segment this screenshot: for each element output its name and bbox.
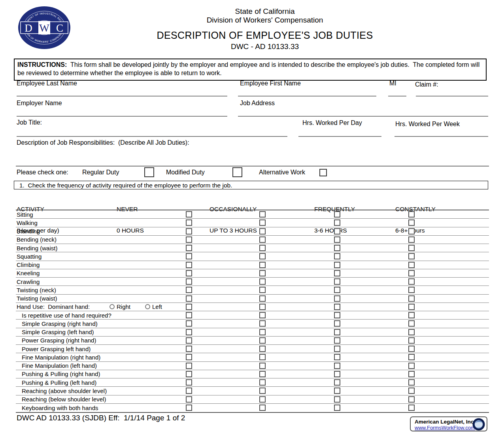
never-checkbox[interactable] — [186, 354, 192, 360]
frequently-checkbox[interactable] — [334, 236, 340, 243]
alternative-work-checkbox[interactable] — [319, 169, 327, 176]
constantly-checkbox[interactable] — [408, 278, 415, 285]
occasionally-checkbox[interactable] — [259, 337, 266, 344]
constantly-checkbox[interactable] — [408, 211, 415, 218]
constantly-checkbox[interactable] — [408, 405, 415, 411]
never-checkbox[interactable] — [186, 270, 192, 276]
constantly-checkbox[interactable] — [408, 320, 415, 327]
legalnet-link[interactable]: www.FormsWorkFlow.com — [415, 425, 475, 431]
occasionally-checkbox[interactable] — [259, 262, 266, 268]
occasionally-checkbox[interactable] — [259, 278, 266, 285]
job-title-input[interactable] — [17, 136, 287, 137]
occasionally-checkbox[interactable] — [259, 312, 266, 318]
never-checkbox[interactable] — [186, 228, 192, 235]
occasionally-checkbox[interactable] — [259, 295, 266, 302]
constantly-checkbox[interactable] — [408, 354, 415, 360]
frequently-checkbox[interactable] — [334, 388, 340, 394]
constantly-checkbox[interactable] — [408, 379, 415, 386]
constantly-checkbox[interactable] — [408, 346, 415, 352]
frequently-checkbox[interactable] — [334, 396, 340, 403]
frequently-checkbox[interactable] — [334, 219, 340, 226]
never-checkbox[interactable] — [186, 295, 192, 302]
never-checkbox[interactable] — [186, 245, 192, 251]
frequently-checkbox[interactable] — [334, 337, 340, 344]
constantly-checkbox[interactable] — [408, 396, 415, 403]
constantly-checkbox[interactable] — [408, 245, 415, 251]
occasionally-checkbox[interactable] — [259, 320, 266, 327]
constantly-checkbox[interactable] — [408, 388, 415, 394]
frequently-checkbox[interactable] — [334, 354, 340, 360]
occasionally-checkbox[interactable] — [259, 228, 266, 235]
frequently-checkbox[interactable] — [334, 363, 340, 369]
occasionally-checkbox[interactable] — [259, 287, 266, 293]
mi-input[interactable] — [388, 96, 406, 96]
never-checkbox[interactable] — [186, 388, 192, 394]
occasionally-checkbox[interactable] — [259, 304, 266, 310]
occasionally-checkbox[interactable] — [259, 405, 266, 411]
employee-first-name-input[interactable] — [238, 96, 376, 96]
occasionally-checkbox[interactable] — [259, 329, 266, 335]
never-checkbox[interactable] — [186, 278, 192, 285]
never-checkbox[interactable] — [186, 287, 192, 293]
never-checkbox[interactable] — [186, 329, 192, 335]
constantly-checkbox[interactable] — [408, 287, 415, 293]
occasionally-checkbox[interactable] — [259, 354, 266, 360]
occasionally-checkbox[interactable] — [259, 211, 266, 218]
constantly-checkbox[interactable] — [408, 270, 415, 276]
hrs-per-day-input[interactable] — [298, 136, 381, 137]
frequently-checkbox[interactable] — [334, 253, 340, 259]
frequently-checkbox[interactable] — [334, 245, 340, 251]
employer-name-input[interactable] — [17, 116, 227, 117]
never-checkbox[interactable] — [186, 219, 192, 226]
dominant-hand-right-radio[interactable] — [109, 304, 115, 309]
never-checkbox[interactable] — [186, 304, 192, 310]
frequently-checkbox[interactable] — [334, 262, 340, 268]
frequently-checkbox[interactable] — [334, 312, 340, 318]
constantly-checkbox[interactable] — [408, 236, 415, 243]
constantly-checkbox[interactable] — [408, 228, 415, 235]
constantly-checkbox[interactable] — [408, 363, 415, 369]
occasionally-checkbox[interactable] — [259, 371, 266, 377]
never-checkbox[interactable] — [186, 379, 192, 386]
never-checkbox[interactable] — [186, 363, 192, 369]
never-checkbox[interactable] — [186, 346, 192, 352]
constantly-checkbox[interactable] — [408, 295, 415, 302]
never-checkbox[interactable] — [186, 371, 192, 377]
claim-number-input[interactable] — [416, 96, 488, 96]
constantly-checkbox[interactable] — [408, 312, 415, 318]
constantly-checkbox[interactable] — [408, 304, 415, 310]
constantly-checkbox[interactable] — [408, 329, 415, 335]
never-checkbox[interactable] — [186, 253, 192, 259]
occasionally-checkbox[interactable] — [259, 253, 266, 259]
frequently-checkbox[interactable] — [334, 295, 340, 302]
never-checkbox[interactable] — [186, 262, 192, 268]
never-checkbox[interactable] — [186, 236, 192, 243]
constantly-checkbox[interactable] — [408, 337, 415, 344]
occasionally-checkbox[interactable] — [259, 388, 266, 394]
occasionally-checkbox[interactable] — [259, 270, 266, 276]
frequently-checkbox[interactable] — [334, 371, 340, 377]
occasionally-checkbox[interactable] — [259, 245, 266, 251]
never-checkbox[interactable] — [186, 211, 192, 218]
occasionally-checkbox[interactable] — [259, 363, 266, 369]
frequently-checkbox[interactable] — [334, 346, 340, 352]
constantly-checkbox[interactable] — [408, 219, 415, 226]
frequently-checkbox[interactable] — [334, 405, 340, 411]
occasionally-checkbox[interactable] — [259, 379, 266, 386]
constantly-checkbox[interactable] — [408, 262, 415, 268]
frequently-checkbox[interactable] — [334, 320, 340, 327]
occasionally-checkbox[interactable] — [259, 219, 266, 226]
frequently-checkbox[interactable] — [334, 304, 340, 310]
hrs-per-week-input[interactable] — [395, 136, 488, 137]
never-checkbox[interactable] — [186, 320, 192, 327]
frequently-checkbox[interactable] — [334, 211, 340, 218]
frequently-checkbox[interactable] — [334, 287, 340, 293]
dominant-hand-left-radio[interactable] — [145, 304, 150, 309]
constantly-checkbox[interactable] — [408, 253, 415, 259]
frequently-checkbox[interactable] — [334, 270, 340, 276]
regular-duty-checkbox[interactable] — [144, 167, 154, 177]
frequently-checkbox[interactable] — [334, 278, 340, 285]
never-checkbox[interactable] — [186, 405, 192, 411]
never-checkbox[interactable] — [186, 337, 192, 344]
occasionally-checkbox[interactable] — [259, 346, 266, 352]
